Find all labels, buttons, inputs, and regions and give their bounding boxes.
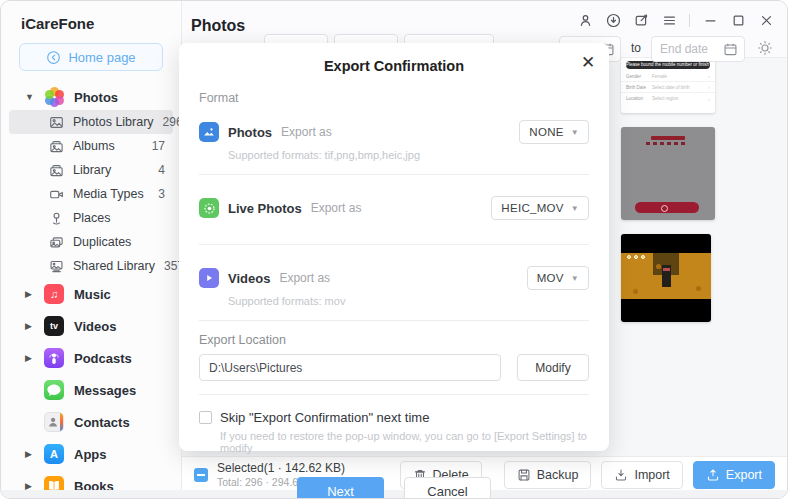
feedback-icon[interactable]	[633, 12, 649, 28]
format-row-photos: Photos Export as NONE ▼	[199, 120, 589, 144]
skip-confirmation-checkbox[interactable]	[199, 411, 212, 424]
photo-grid: Please bound the mobile number or finish…	[621, 58, 715, 336]
sidebar-item-count: 17	[152, 139, 165, 153]
sidebar-item-photos[interactable]: ▼ Photos	[1, 84, 181, 110]
shared-library-icon	[49, 259, 64, 274]
page-title: Photos	[191, 17, 245, 35]
albums-icon	[49, 139, 64, 154]
sidebar-item-places[interactable]: Places	[9, 206, 173, 230]
sidebar-item-label: Albums	[73, 139, 143, 153]
music-app-icon: ♫	[44, 284, 64, 304]
divider	[199, 244, 589, 245]
podcasts-app-icon	[44, 348, 64, 368]
chevron-down-icon: ▼	[25, 92, 34, 102]
photos-app-icon	[44, 87, 64, 107]
videos-app-icon: tv	[44, 316, 64, 336]
dialog-title: Export Confirmation	[199, 43, 589, 74]
maximize-icon[interactable]	[730, 12, 746, 28]
sidebar-item-contacts[interactable]: Contacts	[1, 406, 181, 438]
photo-thumbnail-game-screenshot[interactable]	[621, 234, 711, 322]
home-page-label: Home page	[68, 50, 135, 65]
app-window: iCareFone Home page ▼	[0, 0, 788, 499]
photos-format-icon	[199, 122, 219, 142]
supported-formats-text: Supported formats: mov	[228, 295, 589, 307]
sidebar-item-duplicates[interactable]: Duplicates	[9, 230, 173, 254]
map-pin-icon	[49, 211, 64, 226]
window-controls	[577, 12, 774, 28]
skip-help-text: If you need to restore the pop-up window…	[220, 430, 589, 454]
sidebar-item-messages[interactable]: Messages	[1, 374, 181, 406]
video-camera-icon	[49, 187, 64, 202]
photos-format-dropdown[interactable]: NONE ▼	[519, 120, 589, 144]
import-icon	[614, 468, 628, 482]
skip-confirmation-label: Skip "Export Confirmation" next time	[220, 410, 429, 425]
divider	[199, 394, 589, 395]
sidebar-item-count: 4	[158, 163, 165, 177]
sidebar-item-albums[interactable]: Albums 17	[9, 134, 173, 158]
sidebar-item-library[interactable]: Library 4	[9, 158, 173, 182]
minimize-icon[interactable]	[702, 12, 718, 28]
sidebar-item-music[interactable]: ▶ ♫ Music	[1, 278, 181, 310]
calendar-icon	[723, 42, 738, 57]
duplicates-icon	[49, 235, 64, 250]
sidebar-item-shared-library[interactable]: Shared Library 3576	[9, 254, 173, 278]
sidebar-item-label: Duplicates	[73, 235, 156, 249]
divider	[689, 14, 690, 27]
date-range-to-label: to	[631, 41, 641, 55]
end-date-input[interactable]	[660, 37, 722, 61]
back-circle-icon	[46, 50, 61, 65]
sidebar-nav: ▼ Photos Photos Librar	[1, 84, 181, 499]
sidebar-item-apps[interactable]: ▶ A Apps	[1, 438, 181, 470]
cancel-button[interactable]: Cancel	[404, 477, 491, 499]
format-name: Live Photos	[228, 201, 302, 216]
chevron-right-icon: ▶	[25, 289, 34, 299]
chevron-right-icon: ▶	[25, 353, 34, 363]
format-section-label: Format	[199, 91, 589, 105]
export-button[interactable]: Export	[693, 461, 775, 489]
divider	[199, 320, 589, 321]
divider	[199, 174, 589, 175]
sidebar-group-label: Photos	[74, 90, 118, 105]
menu-icon[interactable]	[661, 12, 677, 28]
sidebar-item-podcasts[interactable]: ▶ Podcasts	[1, 342, 181, 374]
sidebar-item-label: Media Types	[73, 187, 149, 201]
library-icon	[49, 163, 64, 178]
photo-thumbnail-form-screenshot[interactable]: Please bound the mobile number or finish…	[621, 58, 715, 113]
apps-app-icon: A	[44, 444, 64, 464]
modify-button[interactable]: Modify	[517, 354, 589, 381]
sidebar-item-label: Shared Library	[73, 259, 155, 273]
photo-thumbnail-app-screenshot[interactable]	[621, 127, 715, 220]
account-icon[interactable]	[577, 12, 593, 28]
sidebar-item-videos[interactable]: ▶ tv Videos	[1, 310, 181, 342]
videos-format-dropdown[interactable]: MOV ▼	[527, 266, 589, 290]
live-photos-format-icon	[199, 198, 219, 218]
format-row-videos: Videos Export as MOV ▼	[199, 266, 589, 290]
import-button[interactable]: Import	[601, 461, 682, 489]
export-as-label: Export as	[311, 201, 362, 215]
chevron-down-icon: ▼	[571, 274, 579, 283]
export-as-label: Export as	[279, 271, 330, 285]
chevron-right-icon: ▶	[25, 321, 34, 331]
sidebar-item-media-types[interactable]: Media Types 3	[9, 182, 173, 206]
app-logo: iCareFone	[1, 1, 181, 32]
selected-summary: Selected(1 · 142.62 KB)	[217, 461, 390, 475]
contacts-app-icon	[44, 412, 64, 432]
format-name: Photos	[228, 125, 272, 140]
export-location-input[interactable]	[199, 354, 501, 381]
thumbnail-red-button	[635, 202, 699, 213]
sidebar: iCareFone Home page ▼	[1, 1, 182, 498]
close-icon[interactable]	[758, 12, 774, 28]
format-row-live-photos: Live Photos Export as HEIC_MOV ▼	[199, 196, 589, 220]
next-button[interactable]: Next	[297, 477, 384, 499]
live-photos-format-dropdown[interactable]: HEIC_MOV ▼	[491, 196, 589, 220]
home-page-button[interactable]: Home page	[19, 43, 163, 71]
sidebar-item-label: Library	[73, 163, 149, 177]
sidebar-item-photos-library[interactable]: Photos Library 296	[9, 110, 173, 134]
settings-gear-icon[interactable]	[755, 38, 775, 58]
end-date-field[interactable]	[651, 36, 745, 62]
photo-icon	[49, 115, 64, 130]
close-icon[interactable]: ✕	[578, 52, 598, 72]
download-circle-icon[interactable]	[605, 12, 621, 28]
sidebar-item-label: Places	[73, 211, 156, 225]
videos-format-icon	[199, 268, 219, 288]
